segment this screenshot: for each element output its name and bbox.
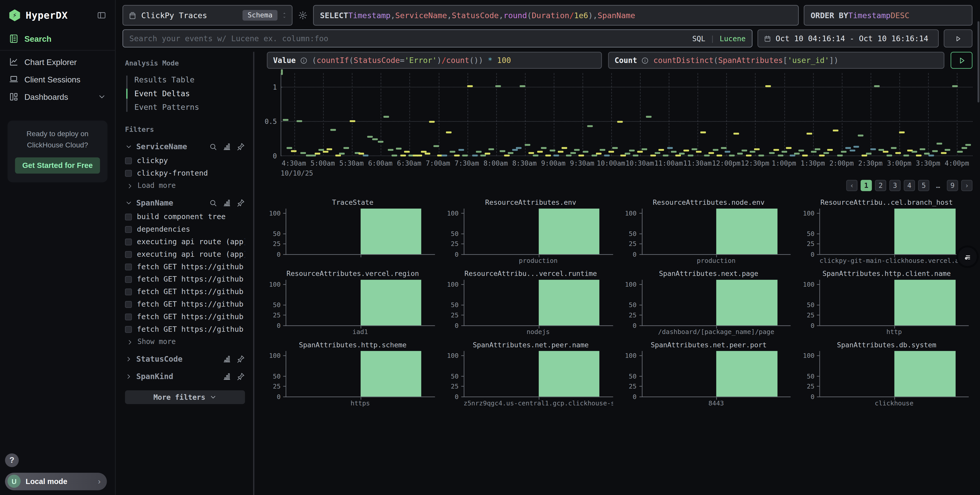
filter-option[interactable]: fetch GET https://github.… <box>125 298 245 311</box>
pagination-prev[interactable]: ‹ <box>846 180 858 191</box>
filter-group-spanname[interactable]: SpanName <box>125 198 245 207</box>
more-filters-button[interactable]: More filters <box>125 390 245 404</box>
search-icon[interactable] <box>209 198 218 207</box>
filter-option[interactable]: build component tree <box>125 210 245 223</box>
y-axis-tick-label: 0 <box>455 393 458 400</box>
pagination-page-3[interactable]: 3 <box>889 180 900 191</box>
data-point <box>815 148 821 150</box>
data-point <box>659 149 664 151</box>
filter-option[interactable]: executing api route (app)… <box>125 235 245 248</box>
checkbox[interactable] <box>125 288 132 295</box>
filter-group-servicename[interactable]: ServiceName <box>125 142 245 151</box>
data-point <box>721 147 726 149</box>
filter-option[interactable]: fetch GET https://github.… <box>125 323 245 335</box>
analysis-mode-event-patterns[interactable]: Event Patterns <box>126 101 245 114</box>
order-by-input[interactable]: ORDER BY Timestamp DESC <box>804 5 972 26</box>
search-input[interactable]: Search your events w/ Lucene ex. column:… <box>123 29 752 48</box>
sql-select-input[interactable]: SELECT Timestamp, ServiceName, StatusCod… <box>313 5 799 26</box>
quick-actions-fab[interactable] <box>958 247 977 266</box>
checkbox[interactable] <box>125 313 132 320</box>
filter-option-label: clickpy-frontend <box>137 169 208 178</box>
filter-option[interactable]: fetch GET https://github.… <box>125 260 245 273</box>
filter-option[interactable]: clickpy-frontend <box>125 167 245 179</box>
filter-option-label: fetch GET https://github.… <box>137 300 245 308</box>
sidebar-item-search[interactable]: Search <box>0 30 115 48</box>
filter-load-more[interactable]: Load more <box>125 179 245 190</box>
run-query-button[interactable] <box>951 52 972 69</box>
checkbox[interactable] <box>125 263 132 270</box>
filter-option[interactable]: dependencies <box>125 223 245 235</box>
pin-icon[interactable] <box>236 142 245 151</box>
checkbox[interactable] <box>125 276 132 282</box>
sidebar-item-chart-explorer[interactable]: Chart Explorer <box>0 53 115 70</box>
sidebar-collapse-icon[interactable] <box>97 11 106 20</box>
pin-icon[interactable] <box>236 198 245 207</box>
topbar: ClickPy Traces Schema SELECT Timestamp, … <box>116 0 980 48</box>
histogram-icon[interactable] <box>223 142 231 151</box>
pagination-page-4[interactable]: 4 <box>904 180 915 191</box>
y-axis-tick-label: 0 <box>455 250 458 258</box>
checkbox[interactable] <box>125 213 132 220</box>
sidebar-item-client-sessions[interactable]: Client Sessions <box>0 71 115 88</box>
gear-icon[interactable] <box>298 11 308 20</box>
filter-group-statuscode[interactable]: StatusCode <box>125 355 245 363</box>
data-point <box>870 148 876 150</box>
pagination-page-2[interactable]: 2 <box>875 180 886 191</box>
data-point <box>862 155 867 156</box>
pagination-next[interactable]: › <box>961 180 972 191</box>
live-tail-button[interactable] <box>943 29 972 48</box>
checkbox[interactable] <box>125 226 132 233</box>
mode-lucene-toggle[interactable]: Lucene <box>720 34 746 43</box>
histogram-icon[interactable] <box>223 372 231 381</box>
histogram-icon[interactable] <box>223 198 231 207</box>
pin-icon[interactable] <box>236 355 245 363</box>
analysis-mode-event-deltas[interactable]: Event Deltas <box>126 87 245 101</box>
gridline-v <box>813 73 813 156</box>
data-point <box>554 155 559 156</box>
data-point <box>310 155 316 156</box>
checkbox[interactable] <box>125 325 132 333</box>
local-mode-pill[interactable]: U Local mode › <box>5 473 107 490</box>
filter-group-actions <box>209 142 245 151</box>
sidebar-item-label: Dashboards <box>24 92 68 102</box>
histogram-icon[interactable] <box>223 355 231 363</box>
checkbox[interactable] <box>125 238 132 245</box>
data-point <box>837 155 843 156</box>
filter-show-more[interactable]: Show more <box>125 335 245 346</box>
scrollbar-thumb[interactable] <box>977 21 979 102</box>
data-point <box>725 151 730 153</box>
value-expression-input[interactable]: Value (countIf(StatusCode='Error')/count… <box>267 52 602 69</box>
filter-option[interactable]: executing api route (app)… <box>125 248 245 260</box>
date-range-picker[interactable]: Oct 10 04:16:14 - Oct 10 16:16:14 <box>757 29 939 48</box>
chevron-down-icon <box>125 143 132 151</box>
source-select[interactable]: ClickPy Traces Schema <box>123 5 293 26</box>
count-expression-input[interactable]: Count countDistinct(SpanAttributes['user… <box>608 52 944 69</box>
pagination-page-9[interactable]: 9 <box>947 180 958 191</box>
get-started-button[interactable]: Get Started for Free <box>15 157 100 173</box>
analysis-mode-results-table[interactable]: Results Table <box>126 73 245 87</box>
help-button[interactable]: ? <box>5 453 19 467</box>
search-icon[interactable] <box>209 142 218 151</box>
data-point <box>700 131 706 133</box>
y-axis-tick-label: 100 <box>803 209 815 216</box>
mode-sql-toggle[interactable]: SQL <box>692 34 705 43</box>
pin-icon[interactable] <box>236 372 245 381</box>
pagination-page-1[interactable]: 1 <box>861 180 872 191</box>
data-point <box>827 149 833 151</box>
sidebar-item-dashboards[interactable]: Dashboards <box>0 88 115 105</box>
checkbox[interactable] <box>125 170 132 176</box>
filter-option[interactable]: fetch GET https://github.… <box>125 311 245 323</box>
metrics-row: Value (countIf(StatusCode='Error')/count… <box>267 52 972 69</box>
checkbox[interactable] <box>125 157 132 164</box>
schema-badge[interactable]: Schema <box>243 10 277 21</box>
filter-option[interactable]: clickpy <box>125 154 245 167</box>
filter-group-spankind[interactable]: SpanKind <box>125 372 245 381</box>
checkbox[interactable] <box>125 301 132 308</box>
pagination-page-5[interactable]: 5 <box>918 180 929 191</box>
attribute-chart-title: SpanAttributes.net.peer.name <box>445 341 617 349</box>
filter-option[interactable]: fetch GET https://github.… <box>125 286 245 298</box>
checkbox[interactable] <box>125 251 132 258</box>
analysis-mode-label: Analysis Mode <box>125 59 245 68</box>
filter-option[interactable]: fetch GET https://github.… <box>125 273 245 286</box>
attribute-chart-plot: 02550100 <box>464 280 613 326</box>
